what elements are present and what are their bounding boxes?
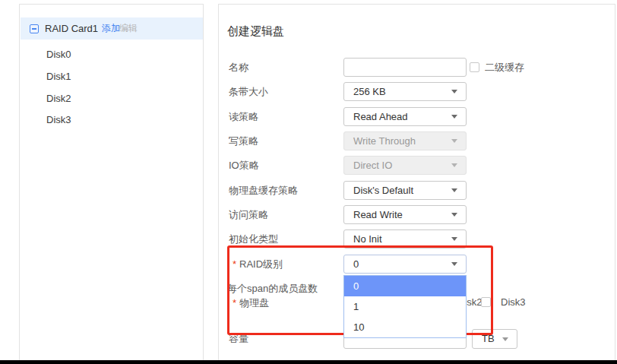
access-policy-label: 访问策略 <box>229 205 268 224</box>
tree-item-disk2[interactable]: Disk2 <box>46 89 183 109</box>
chevron-down-icon <box>451 262 457 266</box>
capacity-label: 容量 <box>229 329 248 348</box>
physical-disks-label-text: 物理盘 <box>239 297 269 309</box>
read-policy-row: 读策略 Read Ahead <box>219 107 616 127</box>
raid-level-label-text: RAID级别 <box>239 258 283 270</box>
dropdown-option-0[interactable]: 0 <box>344 276 466 296</box>
required-marker: * <box>233 258 236 270</box>
tree-item-disk3[interactable]: Disk3 <box>46 110 183 130</box>
read-policy-select[interactable]: Read Ahead <box>343 107 467 126</box>
init-type-row: 初始化类型 No Init <box>219 229 616 249</box>
init-type-label: 初始化类型 <box>229 229 278 248</box>
stripe-size-label: 条带大小 <box>229 82 268 101</box>
read-policy-value: Read Ahead <box>353 108 408 125</box>
chevron-down-icon <box>451 139 457 143</box>
capacity-unit-value: TB <box>482 330 495 348</box>
init-type-value: No Init <box>353 230 382 248</box>
read-policy-label: 读策略 <box>229 107 258 126</box>
chevron-down-icon <box>451 115 457 119</box>
stripe-size-row: 条带大小 256 KB <box>219 82 616 102</box>
stripe-size-select[interactable]: 256 KB <box>343 82 467 101</box>
raid-level-row: *RAID级别 0 <box>219 255 616 274</box>
tree-item-raid-card[interactable]: RAID Card1 添加 编辑 <box>21 17 203 40</box>
edit-link[interactable]: 编辑 <box>119 17 138 40</box>
tree-item-disk1[interactable]: Disk1 <box>46 67 183 87</box>
dropdown-option-1[interactable]: 1 <box>344 296 466 317</box>
collapse-minus-icon[interactable] <box>30 24 39 33</box>
io-policy-row: IO策略 Direct IO <box>219 156 616 176</box>
name-row: 名称 二级缓存 <box>219 58 616 78</box>
dropdown-option-10[interactable]: 10 <box>344 317 466 337</box>
disk3-checkbox[interactable] <box>481 297 491 307</box>
page-title: 创建逻辑盘 <box>227 24 284 39</box>
secondary-cache-checkbox[interactable] <box>470 62 479 72</box>
disk-cache-policy-value: Disk's Default <box>353 182 413 199</box>
raid-card-label: RAID Card1 <box>45 17 98 40</box>
page-bottom-border <box>0 360 617 364</box>
io-policy-value: Direct IO <box>353 157 392 174</box>
disk-cache-policy-row: 物理盘缓存策略 Disk's Default <box>219 181 616 201</box>
disk-cache-policy-label: 物理盘缓存策略 <box>229 181 298 200</box>
secondary-cache-label: 二级缓存 <box>485 62 524 73</box>
chevron-down-icon <box>451 237 457 241</box>
io-policy-select: Direct IO <box>343 156 467 175</box>
required-marker: * <box>233 297 236 309</box>
access-policy-select[interactable]: Read Write <box>343 205 467 224</box>
disk3-checkbox-label: Disk3 <box>501 297 526 308</box>
raid-tree-panel: RAID Card1 添加 编辑 Disk0 Disk1 Disk2 Disk3 <box>19 4 204 361</box>
name-input[interactable] <box>343 58 467 77</box>
write-policy-label: 写策略 <box>229 131 258 150</box>
write-policy-row: 写策略 Write Through <box>219 131 616 151</box>
chevron-down-icon <box>451 213 457 217</box>
stripe-size-value: 256 KB <box>353 83 386 100</box>
raid-level-dropdown: 0 1 10 <box>343 275 467 338</box>
name-label: 名称 <box>229 58 248 77</box>
raid-level-select[interactable]: 0 <box>343 255 467 274</box>
raid-level-value: 0 <box>353 255 359 273</box>
create-logical-disk-panel: 创建逻辑盘 名称 二级缓存 条带大小 256 KB 读策略 Read Ahead <box>218 4 615 361</box>
init-type-select[interactable]: No Init <box>343 229 467 248</box>
add-link[interactable]: 添加 <box>102 17 120 40</box>
chevron-down-icon <box>451 163 457 167</box>
physical-disks-label: *物理盘 <box>233 293 269 312</box>
capacity-unit-select[interactable]: TB <box>472 329 517 349</box>
raid-level-label: *RAID级别 <box>233 255 283 274</box>
write-policy-value: Write Through <box>353 132 416 150</box>
access-policy-row: 访问策略 Read Write <box>219 205 616 225</box>
access-policy-value: Read Write <box>353 206 403 223</box>
chevron-down-icon <box>451 90 457 93</box>
tree-item-disk0[interactable]: Disk0 <box>46 45 183 65</box>
write-policy-select: Write Through <box>343 131 467 150</box>
chevron-down-icon <box>502 337 508 341</box>
page: RAID Card1 添加 编辑 Disk0 Disk1 Disk2 Disk3… <box>0 0 617 364</box>
chevron-down-icon <box>451 188 457 192</box>
disk-cache-policy-select[interactable]: Disk's Default <box>343 181 467 200</box>
io-policy-label: IO策略 <box>229 156 259 175</box>
